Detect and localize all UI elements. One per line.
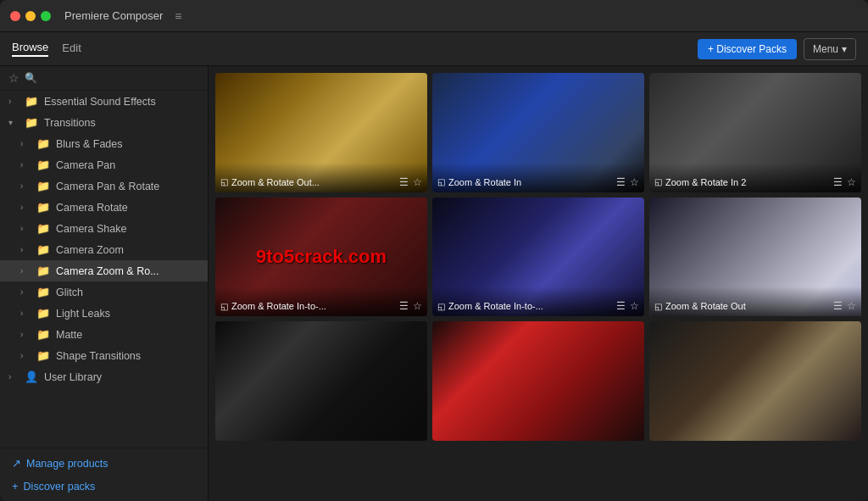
- media-card[interactable]: ◱ Zoom & Rotate Out ☰ ☆: [649, 198, 861, 317]
- folder-icon: 📁: [25, 95, 38, 108]
- sidebar-item-label: Camera Zoom & Ro...: [56, 265, 159, 277]
- card-star-icon[interactable]: ☆: [630, 176, 639, 188]
- sidebar-item-label: Camera Rotate: [56, 202, 128, 214]
- sidebar-item-transitions[interactable]: ▾ 📁 Transitions: [0, 112, 208, 133]
- card-title: Zoom & Rotate In: [448, 177, 521, 187]
- sidebar-item-camera-zoom-ro[interactable]: › 📁 Camera Zoom & Ro...: [0, 260, 208, 281]
- tab-browse[interactable]: Browse: [12, 41, 48, 57]
- media-card[interactable]: ◱ Zoom & Rotate In-to-... ☰ ☆: [432, 198, 644, 317]
- user-library-icon: 👤: [25, 370, 38, 383]
- media-card[interactable]: [649, 321, 861, 441]
- media-card[interactable]: 9to5crack.com ◱ Zoom & Rotate In-to-... …: [215, 198, 427, 317]
- folder-icon: 📁: [36, 137, 50, 150]
- card-label-text: ◱ Zoom & Rotate In-to-...: [220, 301, 326, 311]
- card-menu-icon[interactable]: ☰: [399, 300, 409, 312]
- tab-edit[interactable]: Edit: [62, 42, 81, 56]
- card-label-text: ◱ Zoom & Rotate In: [437, 177, 521, 187]
- card-star-icon[interactable]: ☆: [413, 176, 422, 188]
- search-input[interactable]: [42, 72, 199, 84]
- sidebar-item-label: Matte: [56, 329, 82, 341]
- sidebar-item-camera-shake[interactable]: › 📁 Camera Shake: [0, 218, 208, 239]
- titlebar: Premiere Composer ≡: [0, 0, 868, 32]
- traffic-lights: [10, 11, 51, 21]
- sidebar-item-blurs-fades[interactable]: › 📁 Blurs & Fades: [0, 133, 208, 154]
- card-type-icon: ◱: [437, 302, 445, 311]
- card-menu-icon[interactable]: ☰: [616, 300, 626, 312]
- folder-icon: 📁: [36, 159, 50, 171]
- sidebar-item-user-library[interactable]: › 👤 User Library: [0, 366, 208, 387]
- sidebar-item-label: Blurs & Fades: [56, 138, 123, 150]
- card-label: ◱ Zoom & Rotate In ☰ ☆: [432, 163, 644, 192]
- media-card[interactable]: ◱ Zoom & Rotate In ☰ ☆: [432, 73, 644, 192]
- sidebar-item-label: Shape Transitions: [56, 350, 141, 362]
- sidebar-item-essential-sound[interactable]: › 📁 Essential Sound Effects: [0, 91, 208, 112]
- sidebar-item-label: Essential Sound Effects: [44, 96, 156, 108]
- media-grid-area: ◱ Zoom & Rotate Out... ☰ ☆ ◱: [209, 66, 868, 501]
- chevron-right-icon: ›: [20, 351, 31, 360]
- fullscreen-button[interactable]: [41, 11, 51, 21]
- sidebar-item-matte[interactable]: › 📁 Matte: [0, 324, 208, 345]
- folder-icon: 📁: [36, 349, 50, 362]
- folder-icon: 📁: [36, 328, 50, 341]
- sidebar-item-label: Camera Zoom: [56, 244, 124, 256]
- card-label-text: ◱ Zoom & Rotate Out...: [220, 177, 320, 187]
- star-filter-icon[interactable]: ☆: [8, 71, 19, 85]
- media-card[interactable]: [432, 321, 644, 441]
- media-grid: ◱ Zoom & Rotate Out... ☰ ☆ ◱: [215, 73, 861, 441]
- chevron-right-icon: ›: [20, 309, 31, 318]
- card-menu-icon[interactable]: ☰: [399, 176, 409, 188]
- app-container: Browse Edit + Discover Packs Menu ▾ ☆ 🔍 …: [0, 32, 868, 501]
- card-title: Zoom & Rotate Out: [665, 301, 746, 311]
- discover-packs-link[interactable]: + Discover packs: [0, 475, 208, 498]
- card-type-icon: ◱: [437, 177, 445, 186]
- card-menu-icon[interactable]: ☰: [833, 176, 843, 188]
- chevron-right-icon: ›: [20, 139, 31, 148]
- sidebar-item-camera-zoom[interactable]: › 📁 Camera Zoom: [0, 239, 208, 260]
- sidebar-bottom: ↗ Manage products + Discover packs: [0, 448, 208, 501]
- card-actions: ☰ ☆: [399, 300, 422, 312]
- sidebar-item-glitch[interactable]: › 📁 Glitch: [0, 281, 208, 303]
- chevron-down-icon: ▾: [8, 118, 19, 127]
- close-button[interactable]: [10, 11, 20, 21]
- sidebar-item-shape-transitions[interactable]: › 📁 Shape Transitions: [0, 345, 208, 366]
- minimize-button[interactable]: [25, 11, 36, 21]
- card-menu-icon[interactable]: ☰: [833, 300, 843, 312]
- sidebar-item-camera-rotate[interactable]: › 📁 Camera Rotate: [0, 197, 208, 218]
- menu-button[interactable]: Menu ▾: [804, 38, 856, 60]
- sidebar-item-label: Camera Shake: [56, 223, 126, 235]
- folder-icon: 📁: [25, 116, 38, 129]
- media-card[interactable]: [215, 321, 427, 441]
- card-star-icon[interactable]: ☆: [847, 176, 856, 188]
- manage-products-label: Manage products: [26, 458, 108, 470]
- card-label-text: ◱ Zoom & Rotate In-to-...: [437, 301, 543, 311]
- card-actions: ☰ ☆: [399, 176, 422, 188]
- sidebar: ☆ 🔍 › 📁 Essential Sound Effects ▾ 📁 Tran…: [0, 66, 209, 501]
- sidebar-item-camera-pan[interactable]: › 📁 Camera Pan: [0, 154, 208, 175]
- folder-icon: 📁: [36, 180, 50, 192]
- card-star-icon[interactable]: ☆: [847, 300, 856, 312]
- chevron-right-icon: ›: [8, 372, 19, 381]
- card-star-icon[interactable]: ☆: [413, 300, 422, 312]
- discover-packs-button[interactable]: + Discover Packs: [698, 39, 797, 59]
- sidebar-item-camera-pan-rotate[interactable]: › 📁 Camera Pan & Rotate: [0, 175, 208, 197]
- card-title: Zoom & Rotate In 2: [665, 177, 746, 187]
- folder-icon: 📁: [36, 222, 50, 235]
- media-card[interactable]: ◱ Zoom & Rotate Out... ☰ ☆: [215, 73, 427, 192]
- content-area: ☆ 🔍 › 📁 Essential Sound Effects ▾ 📁 Tran…: [0, 66, 868, 501]
- chevron-down-icon: ▾: [842, 43, 847, 55]
- media-card[interactable]: ◱ Zoom & Rotate In 2 ☰ ☆: [649, 73, 861, 192]
- card-label: ◱ Zoom & Rotate Out ☰ ☆: [649, 287, 861, 316]
- chevron-right-icon: ›: [20, 203, 31, 212]
- card-actions: ☰ ☆: [616, 300, 639, 312]
- sidebar-item-label: Camera Pan: [56, 159, 115, 171]
- card-menu-icon[interactable]: ☰: [616, 176, 626, 188]
- titlebar-menu-icon[interactable]: ≡: [175, 9, 181, 23]
- sidebar-item-light-leaks[interactable]: › 📁 Light Leaks: [0, 303, 208, 324]
- card-star-icon[interactable]: ☆: [630, 300, 639, 312]
- card-actions: ☰ ☆: [833, 176, 856, 188]
- chevron-right-icon: ›: [20, 160, 31, 170]
- sidebar-search-bar: ☆ 🔍: [0, 66, 208, 91]
- manage-products-link[interactable]: ↗ Manage products: [0, 452, 208, 475]
- chevron-right-icon: ›: [20, 181, 31, 191]
- folder-icon: 📁: [36, 307, 50, 320]
